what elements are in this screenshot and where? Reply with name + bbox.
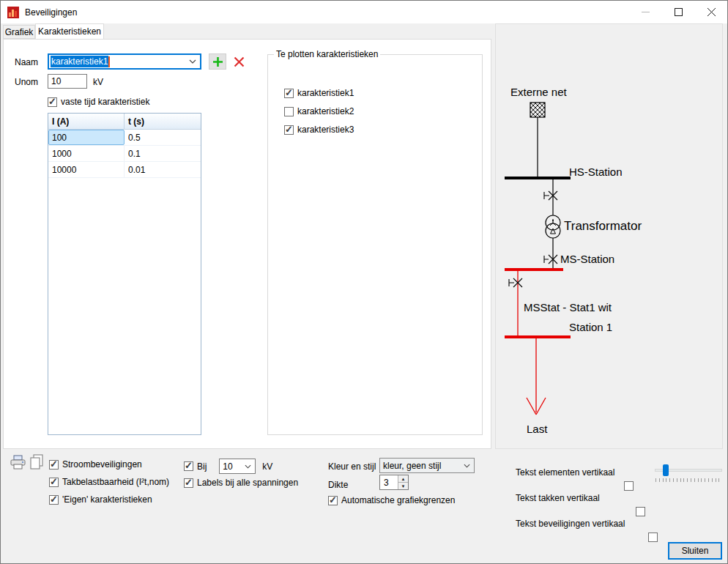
table-cell[interactable]: 1000 (48, 146, 125, 161)
beveiligingen-window: Beveiligingen Grafiek Karakteristieken N… (0, 0, 728, 564)
groupbox-title: Te plotten karakteristieken (274, 49, 380, 59)
text-caret (108, 56, 110, 67)
hs-station-label: HS-Station (569, 166, 623, 178)
transformator-label: Transformator (564, 219, 642, 233)
network-diagram: Externe net HS-Station Transformator (496, 24, 722, 448)
labels-spanningen-row: Labels bij alle spanningen (184, 478, 298, 488)
window-title: Beveiligingen (25, 7, 77, 18)
chevron-down-icon (464, 464, 470, 468)
add-characteristic-button[interactable] (209, 53, 226, 70)
slider-ticks (655, 478, 721, 482)
copy-icon (30, 454, 44, 470)
table-row[interactable]: 1000 0.1 (48, 146, 201, 162)
ms-station-label: MS-Station (560, 253, 614, 265)
tekst-elementen-checkbox[interactable] (624, 481, 634, 491)
network-diagram-panel: Externe net HS-Station Transformator (495, 23, 723, 449)
eigen-karakteristieken-row: 'Eigen' karakteristieken (49, 494, 152, 505)
maximize-button[interactable] (662, 1, 695, 23)
table-cell[interactable]: 0.1 (125, 146, 201, 161)
table-row[interactable]: 100 0.5 (48, 130, 201, 146)
eigen-karakteristieken-checkbox[interactable] (49, 495, 59, 505)
labels-spanningen-checkbox[interactable] (184, 478, 193, 488)
takbelastbaarheid-checkbox[interactable] (49, 478, 59, 487)
breaker-icon (544, 191, 557, 200)
characteristic-table[interactable]: I (A) t (s) 100 0.5 1000 0.1 10000 0.01 (48, 113, 201, 435)
slider-thumb[interactable] (663, 464, 669, 476)
bij-row: Bij 10 kV (184, 459, 272, 474)
spinner-down-icon[interactable]: ▼ (398, 483, 408, 489)
bij-checkbox[interactable] (184, 461, 193, 471)
auto-grenzen-checkbox[interactable] (328, 496, 338, 505)
karakteristiek1-checkbox[interactable] (284, 89, 294, 98)
kleur-label: Kleur en stijl (328, 461, 376, 472)
msstat-label: MSStat - Stat1 wit (524, 301, 612, 313)
column-header-current[interactable]: I (A) (48, 114, 125, 129)
table-header: I (A) t (s) (48, 114, 201, 130)
load-arrow (527, 338, 546, 415)
table-cell[interactable]: 0.01 (125, 162, 201, 177)
delete-x-icon (234, 56, 245, 67)
tekst-takken-label: Tekst takken vertikaal (516, 493, 600, 503)
dikte-label: Dikte (328, 480, 348, 490)
externe-net-label: Externe net (510, 86, 568, 98)
vaste-tijd-checkbox[interactable] (48, 97, 57, 107)
karakteristiek3-checkbox[interactable] (284, 125, 294, 135)
print-button[interactable] (10, 455, 26, 472)
sluiten-button[interactable]: Sluiten (668, 542, 722, 560)
titlebar: Beveiligingen (1, 1, 727, 23)
breaker-icon (544, 255, 557, 264)
plot-item-row: karakteristiek1 (284, 88, 354, 98)
tab-karakteristieken[interactable]: Karakteristieken (35, 23, 104, 39)
tab-grafiek[interactable]: Grafiek (3, 25, 35, 39)
vaste-tijd-label: vaste tijd karakteristiek (61, 97, 149, 107)
printer-icon (10, 455, 26, 470)
tekst-beveiligingen-checkbox[interactable] (648, 533, 658, 542)
karakteristieken-page: Naam karakteristiek1 Unom 10 kV vaste ti… (3, 39, 491, 449)
plus-icon (212, 56, 223, 67)
text-size-slider[interactable] (655, 464, 722, 483)
te-plotten-groupbox: Te plotten karakteristieken karakteristi… (267, 54, 483, 435)
tekst-elementen-label: Tekst elementen vertikaal (516, 467, 614, 478)
tekst-beveiligingen-label: Tekst beveiligingen vertikaal (516, 519, 625, 529)
unom-label: Unom (15, 77, 38, 87)
plot-item-row: karakteristiek2 (284, 106, 354, 116)
spinner-up-icon[interactable]: ▲ (398, 475, 408, 483)
tekst-takken-checkbox[interactable] (636, 507, 645, 516)
plot-item-row: karakteristiek3 (284, 125, 354, 135)
column-header-time[interactable]: t (s) (125, 114, 201, 129)
table-cell-selected[interactable]: 100 (48, 130, 125, 145)
bij-voltage-combobox[interactable]: 10 (219, 459, 256, 474)
transformer-icon (546, 215, 560, 238)
table-row[interactable]: 10000 0.01 (48, 162, 201, 178)
naam-label: Naam (15, 57, 38, 67)
station1-label: Station 1 (569, 321, 612, 333)
breaker-icon (509, 278, 522, 287)
copy-button[interactable] (30, 454, 44, 472)
chevron-down-icon[interactable] (189, 59, 196, 64)
table-cell[interactable]: 0.5 (125, 130, 201, 145)
vaste-tijd-row: vaste tijd karakteristiek (48, 97, 149, 107)
stroombeveiligingen-row: Stroombeveiligingen (49, 459, 142, 470)
chevron-down-icon (245, 464, 251, 469)
karakteristiek2-checkbox[interactable] (284, 107, 294, 116)
table-cell[interactable]: 10000 (48, 162, 125, 177)
external-grid-icon (530, 103, 545, 117)
close-button[interactable] (695, 1, 728, 23)
unom-input[interactable]: 10 (48, 74, 87, 89)
auto-grenzen-row: Automatische grafiekgrenzen (328, 495, 455, 505)
last-label: Last (527, 423, 548, 435)
takbelastbaarheid-row: Takbelastbaarheid (I²t,nom) (49, 477, 169, 487)
kleur-combobox[interactable]: kleur, geen stijl (379, 458, 475, 473)
naam-value: karakteristiek1 (51, 56, 108, 67)
naam-combobox[interactable]: karakteristiek1 (48, 53, 201, 70)
app-icon (7, 7, 19, 18)
dikte-spinner[interactable]: 3 ▲ ▼ (379, 475, 409, 490)
delete-characteristic-button[interactable] (230, 53, 248, 70)
unom-unit: kV (93, 77, 103, 87)
minimize-button[interactable] (629, 1, 662, 23)
stroombeveiligingen-checkbox[interactable] (49, 460, 59, 470)
